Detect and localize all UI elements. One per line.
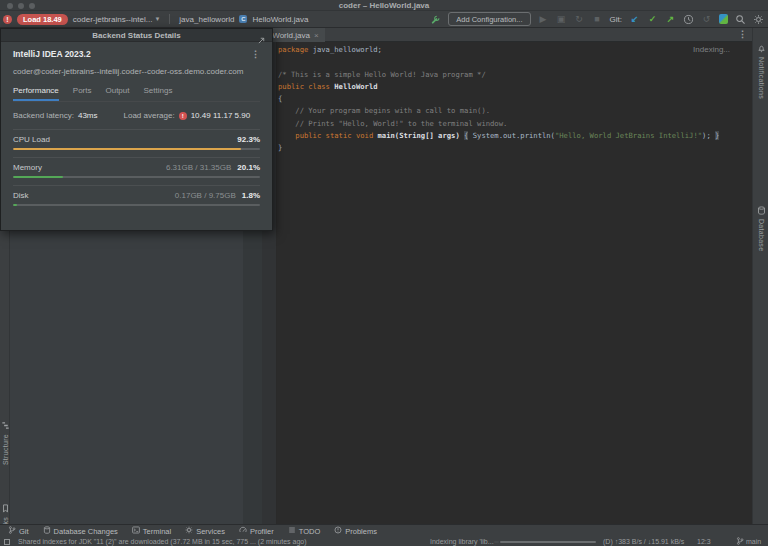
package-icon[interactable]: ▣: [556, 14, 567, 25]
indexing-progress-label: Indexing library 'lib...: [430, 538, 494, 545]
git-branch-icon: [8, 526, 16, 536]
load-average-value: 10.49 11.17 5.90: [191, 111, 250, 120]
tool-window-button-services[interactable]: Services: [185, 526, 225, 536]
bottom-tool-window-bar: GitDatabase ChangesTerminalServicesProfi…: [0, 524, 768, 537]
editor-options-kebab-icon[interactable]: ⋮: [738, 29, 747, 39]
popup-title: Backend Status Details: [92, 31, 180, 40]
git-label: Git:: [610, 15, 622, 24]
load-warning-icon: !: [179, 112, 187, 120]
progress-bar: [13, 176, 260, 178]
sidebar-item-database[interactable]: Database: [753, 206, 768, 251]
settings-gear-icon[interactable]: [753, 14, 764, 25]
metric-memory: Memory6.31GB / 31.35GB20.1%: [13, 157, 260, 185]
caret-position[interactable]: 12:3: [697, 538, 711, 545]
database-icon: [757, 206, 766, 216]
popup-tab-output[interactable]: Output: [105, 86, 129, 101]
backend-status-popup: Backend Status Details IntelliJ IDEA 202…: [0, 28, 273, 231]
pin-icon[interactable]: [257, 31, 266, 49]
code-line: }: [278, 142, 744, 154]
history-clock-icon[interactable]: [683, 14, 694, 25]
close-tab-icon[interactable]: ×: [314, 31, 319, 40]
stop-icon[interactable]: ■: [592, 14, 603, 25]
rerun-icon[interactable]: ↻: [574, 14, 585, 25]
window-title: coder – HelloWorld.java: [0, 1, 768, 10]
wrench-icon[interactable]: [430, 14, 441, 25]
metric-cpu-load: CPU Load92.3%: [13, 129, 260, 157]
bookmark-icon: [1, 504, 10, 514]
tool-window-button-database-changes[interactable]: Database Changes: [43, 526, 118, 536]
code-line: // Your program begins with a call to ma…: [278, 105, 744, 117]
workspace-name: IntelliJ IDEA 2023.2: [13, 49, 91, 59]
plugin-icon[interactable]: [719, 14, 728, 24]
workspace-selector[interactable]: coder-jetbrains--intel... ▼: [73, 15, 161, 24]
popup-tab-ports[interactable]: Ports: [73, 86, 92, 101]
code-line: package java_helloworld;: [278, 44, 744, 56]
toolbar-divider: [169, 14, 170, 24]
structure-icon: [1, 421, 10, 431]
latency-value: 43ms: [78, 111, 98, 120]
rollback-icon[interactable]: ↺: [701, 14, 712, 25]
database-icon: [43, 526, 51, 536]
profiler-icon: [239, 526, 247, 536]
code-line: // Prints "Hello, World!" to the termina…: [278, 118, 744, 130]
git-branch-icon: [736, 537, 744, 545]
search-icon[interactable]: [735, 14, 746, 25]
tool-window-button-terminal[interactable]: Terminal: [132, 526, 171, 536]
sidebar-item-notifications[interactable]: Notifications: [753, 44, 768, 99]
code-line: public class HelloWorld: [278, 81, 744, 93]
terminal-icon: [132, 526, 140, 536]
tool-window-switcher-icon[interactable]: [4, 539, 10, 545]
status-message: Shared indexes for JDK "11 (2)" are down…: [18, 538, 307, 545]
right-tool-rail: Notifications Database: [752, 28, 768, 524]
add-configuration-button[interactable]: Add Configuration...: [448, 12, 530, 26]
latency-label: Backend latency:: [13, 111, 74, 120]
tool-window-button-todo[interactable]: TODO: [288, 526, 321, 536]
tool-window-button-git[interactable]: Git: [8, 526, 29, 536]
workspace-kebab-icon[interactable]: ⋮: [251, 49, 260, 59]
git-branch-widget[interactable]: main: [736, 537, 761, 545]
todo-icon: [288, 526, 296, 536]
progress-bar: [13, 204, 260, 206]
push-icon[interactable]: ↗: [665, 14, 676, 25]
run-icon[interactable]: ▶: [538, 14, 549, 25]
load-badge[interactable]: Load 18.49: [17, 14, 68, 25]
error-count-icon[interactable]: !: [3, 15, 12, 24]
progress-bar: [13, 148, 260, 150]
problems-icon: [334, 526, 342, 536]
code-line: public static void main(String[] args) {…: [278, 130, 744, 142]
update-project-icon[interactable]: ↙: [629, 14, 640, 25]
ide-window: coder – HelloWorld.java ! Load 18.49 cod…: [0, 0, 768, 546]
commit-check-icon[interactable]: ✓: [647, 14, 658, 25]
editor-tab-bar: HelloWorld.java × ⋮: [262, 28, 752, 42]
breadcrumb-module[interactable]: java_helloworld: [179, 15, 234, 24]
metrics-list: CPU Load92.3%Memory6.31GB / 31.35GB20.1%…: [13, 129, 260, 213]
breadcrumb-file[interactable]: HelloWorld.java: [252, 15, 308, 24]
code-line: [278, 56, 744, 68]
tool-window-button-profiler[interactable]: Profiler: [239, 526, 274, 536]
status-bar: Shared indexes for JDK "11 (2)" are down…: [0, 537, 768, 546]
workspace-url: coder@coder-jetbrains--intellij.coder--c…: [13, 67, 260, 76]
popup-tab-performance[interactable]: Performance: [13, 86, 59, 101]
indexing-progress-bar[interactable]: [500, 541, 596, 543]
popup-tab-settings[interactable]: Settings: [143, 86, 172, 101]
editor-area: HelloWorld.java × ⋮ Indexing... package …: [262, 28, 752, 524]
popup-tabs: PerformancePortsOutputSettings: [13, 86, 260, 102]
code-line: /* This is a simple Hello World! Java pr…: [278, 69, 744, 81]
sidebar-item-structure[interactable]: Structure: [0, 421, 10, 465]
bell-icon: [757, 44, 766, 54]
load-average-label: Load average:: [124, 111, 175, 120]
code-editor[interactable]: package java_helloworld; /* This is a si…: [278, 44, 744, 155]
services-icon: [185, 526, 193, 536]
chevron-down-icon: ▼: [154, 16, 160, 22]
metric-disk: Disk0.17GB / 9.75GB1.8%: [13, 185, 260, 213]
java-class-icon: C: [239, 15, 247, 23]
network-speed: (D) ↑383 B/s / ↓15.91 kB/s: [603, 538, 684, 545]
title-bar: coder – HelloWorld.java: [0, 0, 768, 11]
main-toolbar: ! Load 18.49 coder-jetbrains--intel... ▼…: [0, 11, 768, 28]
popup-header[interactable]: Backend Status Details: [1, 29, 272, 42]
tool-window-button-problems[interactable]: Problems: [334, 526, 377, 536]
code-line: {: [278, 93, 744, 105]
